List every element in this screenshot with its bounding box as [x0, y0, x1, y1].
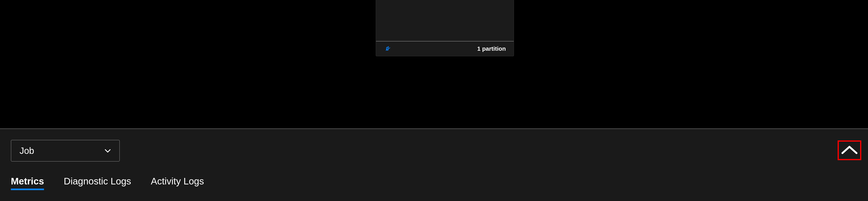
panel-tabs: Metrics Diagnostic Logs Activity Logs	[11, 176, 868, 190]
panel-collapse-toggle[interactable]	[838, 140, 861, 160]
scope-dropdown-label: Job	[20, 145, 34, 156]
job-node-footer: 1 partition	[376, 41, 514, 56]
bottom-panel: Job Metrics Diagnostic Logs Activity Log…	[0, 129, 868, 201]
tab-diagnostic-logs[interactable]: Diagnostic Logs	[64, 176, 131, 190]
partition-count: 1 partition	[477, 45, 506, 52]
tab-activity-logs[interactable]: Activity Logs	[151, 176, 204, 190]
scope-dropdown[interactable]: Job	[11, 140, 120, 162]
tab-metrics[interactable]: Metrics	[11, 176, 44, 190]
job-node-metrics: Output events (sum):3543 Watermark delay…	[376, 0, 514, 41]
chevron-down-icon	[103, 146, 112, 155]
job-node-card: Output events (sum):3543 Watermark delay…	[376, 0, 514, 56]
chevron-up-icon	[841, 144, 858, 156]
plug-icon	[384, 45, 392, 53]
